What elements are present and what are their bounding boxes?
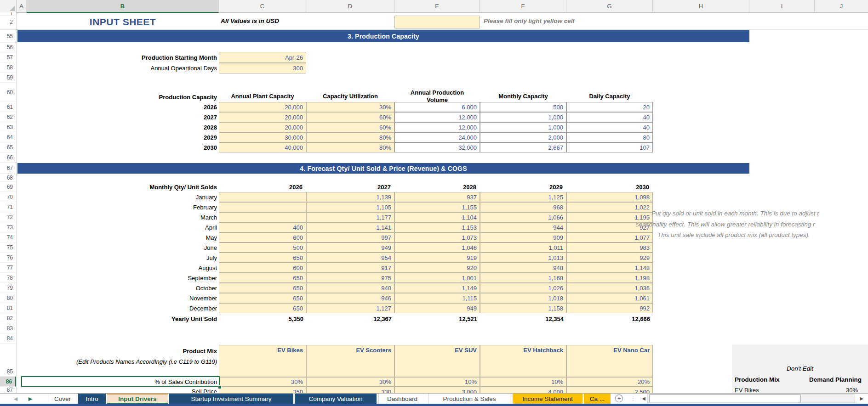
product-name-cell[interactable]: EV SUV [394,345,480,377]
capacity-input-cell[interactable]: 20,000 [219,102,306,112]
row-header-86[interactable]: 86 [0,377,16,387]
tab-options-dots-icon[interactable]: ⋮ [630,394,636,404]
qty-input-cell[interactable]: 1,127 [306,303,394,313]
column-header-G[interactable]: G [566,0,653,13]
qty-input-cell[interactable] [219,192,306,202]
column-header-I[interactable]: I [749,0,815,13]
qty-input-cell[interactable]: 968 [480,202,566,212]
qty-input-cell[interactable]: 992 [566,303,653,313]
qty-input-cell[interactable]: 1,077 [566,232,653,242]
scrollbar-left-arrow-icon[interactable]: ◀ [640,394,647,403]
contribution-input-cell[interactable]: 10% [394,377,480,387]
qty-input-cell[interactable]: 948 [480,263,566,273]
row-header-85[interactable]: 85 [0,344,16,377]
contribution-input-cell[interactable]: 30% [306,377,394,387]
tab-scroll-left-icon[interactable]: ◀ [11,394,20,404]
row-header-84[interactable]: 84 [0,333,16,344]
row-header-75[interactable]: 75 [0,242,16,253]
qty-input-cell[interactable]: 650 [219,283,306,293]
qty-input-cell[interactable]: 954 [306,253,394,263]
select-all-corner[interactable] [0,0,17,13]
product-name-cell[interactable]: EV Nano Car [566,345,653,377]
product-name-cell[interactable]: EV Scooters [306,345,394,377]
qty-input-cell[interactable]: 1,036 [566,283,653,293]
row-header-68[interactable]: 68 [0,174,16,182]
row-header-66[interactable]: 66 [0,152,16,163]
row-header-1[interactable]: 1 [0,12,16,16]
qty-input-cell[interactable] [219,212,306,222]
qty-input-cell[interactable]: 949 [306,242,394,253]
scrollbar-right-arrow-icon[interactable]: ▶ [858,394,865,403]
qty-input-cell[interactable]: 909 [480,232,566,242]
column-header-J[interactable]: J [815,0,868,13]
qty-input-cell[interactable]: 1,022 [566,202,653,212]
qty-input-cell[interactable]: 650 [219,293,306,303]
row-header-60[interactable]: 60 [0,83,16,102]
qty-input-cell[interactable]: 1,011 [480,242,566,253]
qty-input-cell[interactable]: 1,158 [480,303,566,313]
row-header-71[interactable]: 71 [0,202,16,212]
qty-input-cell[interactable]: 919 [394,253,480,263]
column-header-B[interactable]: B [27,0,219,13]
qty-input-cell[interactable]: 920 [394,263,480,273]
row-header-62[interactable]: 62 [0,112,16,122]
qty-input-cell[interactable]: 949 [394,303,480,313]
qty-input-cell[interactable]: 1,073 [394,232,480,242]
row-header-57[interactable]: 57 [0,52,16,62]
qty-input-cell[interactable] [219,202,306,212]
row-header-81[interactable]: 81 [0,303,16,313]
row-header-80[interactable]: 80 [0,293,16,303]
qty-input-cell[interactable]: 1,141 [306,222,394,232]
qty-input-cell[interactable]: 650 [219,273,306,283]
row-header-74[interactable]: 74 [0,232,16,242]
capacity-input-cell[interactable]: 20,000 [219,122,306,132]
row-header-73[interactable]: 73 [0,222,16,232]
header-input-cell[interactable] [394,16,480,28]
row-header-78[interactable]: 78 [0,273,16,283]
row-header-69[interactable]: 69 [0,182,16,192]
capacity-input-cell[interactable]: 80% [306,142,394,152]
row-header-63[interactable]: 63 [0,122,16,132]
qty-input-cell[interactable]: 1,026 [480,283,566,293]
active-cell-selection[interactable] [21,376,220,387]
capacity-input-cell[interactable]: 60% [306,112,394,122]
qty-input-cell[interactable]: 1,046 [394,242,480,253]
row-header-72[interactable]: 72 [0,212,16,222]
row-header-79[interactable]: 79 [0,283,16,293]
capacity-input-cell[interactable]: 20,000 [219,112,306,122]
row-header-2[interactable]: 2 [0,16,16,29]
contribution-input-cell[interactable]: 10% [480,377,566,387]
tab-cover[interactable]: Cover [49,394,76,404]
column-header-E[interactable]: E [394,0,480,13]
tab-scroll-right-icon[interactable]: ▶ [26,394,35,404]
row-header-76[interactable]: 76 [0,253,16,263]
column-header-H[interactable]: H [653,0,749,13]
qty-input-cell[interactable]: 600 [219,263,306,273]
operational-days-input[interactable]: 300 [219,63,306,73]
qty-input-cell[interactable]: 1,001 [394,273,480,283]
qty-input-cell[interactable]: 400 [219,222,306,232]
row-header-77[interactable]: 77 [0,263,16,273]
row-header-56[interactable]: 56 [0,43,16,52]
product-name-cell[interactable]: EV Hatchback [480,345,566,377]
qty-input-cell[interactable]: 1,148 [566,263,653,273]
column-header-F[interactable]: F [480,0,566,13]
qty-input-cell[interactable]: 1,066 [480,212,566,222]
qty-input-cell[interactable]: 997 [306,232,394,242]
tab-dashboard[interactable]: Dashboard [378,394,426,404]
qty-input-cell[interactable]: 946 [306,293,394,303]
qty-input-cell[interactable]: 944 [480,222,566,232]
contribution-input-cell[interactable]: 20% [566,377,653,387]
qty-input-cell[interactable]: 600 [219,232,306,242]
qty-input-cell[interactable]: 1,125 [480,192,566,202]
qty-input-cell[interactable]: 1,149 [394,283,480,293]
row-header-61[interactable]: 61 [0,102,16,112]
tab-income-statement[interactable]: Income Statement [513,394,582,404]
tab-truncated[interactable]: Ca ... [584,394,611,404]
row-header-70[interactable]: 70 [0,192,16,202]
add-sheet-button[interactable]: + [615,395,623,402]
column-header-D[interactable]: D [306,0,394,13]
row-header-87[interactable]: 87 [0,387,16,393]
row-header-67[interactable]: 67 [0,163,16,174]
row-header-55[interactable]: 55 [0,30,16,43]
